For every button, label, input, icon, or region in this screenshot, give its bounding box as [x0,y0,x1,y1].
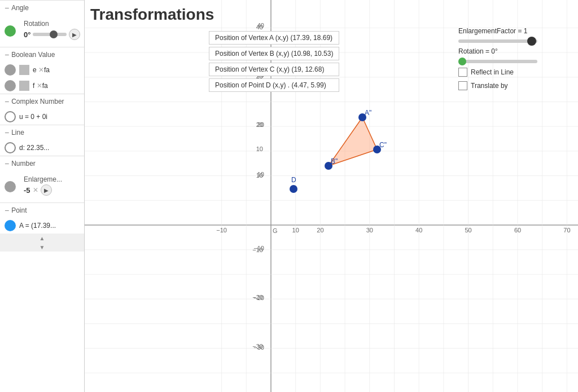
sidebar-item-e: e ✕fa [0,62,84,78]
vertex-c-label: C" [379,141,387,149]
main-area: −10 10 20 30 40 50 60 70 40 30 20 20 10 … [85,0,578,392]
svg-text:−30: −30 [253,344,264,351]
sidebar: − Angle Rotation 0° ▶ − Boolean Value e … [0,0,85,392]
sidebar-section-number[interactable]: − Number [0,156,84,171]
enlargement-slider-ctrl[interactable] [458,39,537,43]
collapse-boolean-icon: − [5,51,9,59]
sidebar-item-u: u = 0 + 0i [0,109,84,125]
u-circle-icon [5,111,16,122]
enlargement-slider-row: -5 ✕ ▶ [24,184,62,196]
collapse-line-icon: − [5,129,9,136]
sidebar-section-point-label: Point [11,206,27,214]
u-label: u = 0 + 0i [19,113,47,121]
svg-text:40: 40 [257,22,264,29]
rotation-ctrl-thumb [458,58,466,65]
a-label: A = (17.39... [19,222,56,230]
reflect-checkbox[interactable] [458,68,467,77]
translate-checkbox[interactable] [458,81,467,90]
point-d[interactable] [290,185,297,193]
point-d-label: D [291,176,296,184]
e-square-icon [19,65,29,75]
f-square-icon [19,81,29,91]
sidebar-item-rotation: Rotation 0° ▶ [0,15,84,47]
info-panels: Position of Vertex A (x,y) (17.39, 18.69… [209,31,339,92]
rotation-ctrl-label: Rotation = 0° [458,47,573,55]
sidebar-item-enlargement: Enlargeme... -5 ✕ ▶ [0,171,84,202]
collapse-angle-icon: − [5,4,9,12]
sidebar-section-boolean-label: Boolean Value [11,51,55,59]
collapse-number-icon: − [5,160,9,168]
svg-text:60: 60 [514,227,521,234]
a-circle-icon [5,220,16,231]
translate-label: Translate by [471,82,508,90]
rotation-slider-row: 0° ▶ [24,29,80,40]
info-box-b: Position of Vertex B (x,y) (10.98, 10.53… [209,47,339,60]
d-label: d: 22.35... [19,144,49,152]
enlargement-item-label: Enlargeme... [24,175,62,183]
rotation-slider-thumb [50,30,58,38]
svg-text:40: 40 [415,227,422,234]
right-controls: EnlargementFactor = 1 Rotation = 0° Refl… [454,23,578,95]
rotation-play-button[interactable]: ▶ [69,29,80,40]
svg-text:10: 10 [292,227,299,234]
sidebar-section-complex[interactable]: − Complex Number [0,94,84,109]
sidebar-section-point[interactable]: − Point [0,202,84,218]
enlargement-circle-icon [5,181,16,192]
svg-text:10: 10 [257,171,264,178]
sidebar-item-d: d: 22.35... [0,140,84,156]
svg-text:70: 70 [563,227,570,234]
enlargement-block: Enlargeme... -5 ✕ ▶ [19,173,67,200]
svg-text:20: 20 [257,121,264,128]
info-box-a: Position of Vertex A (x,y) (17.39, 18.69… [209,31,339,45]
svg-text:−20: −20 [253,294,264,301]
rotation-circle-icon [5,25,16,37]
enlargement-slider-thumb [527,37,536,46]
enlargement-x-icon: ✕ [33,186,38,194]
sidebar-scroll-up[interactable]: ▲ [0,234,84,243]
sidebar-section-line-label: Line [11,129,24,136]
info-box-d: Position of Point D (x,y) . (4.47, 5.99) [209,78,339,92]
sidebar-scroll-down[interactable]: ▼ [0,243,84,252]
rotation-ctrl-slider-row [458,60,573,63]
svg-text:30: 30 [366,227,373,234]
f-label: f ✕fa [33,82,48,90]
rotation-ctrl-slider[interactable] [458,60,537,63]
sidebar-section-number-label: Number [11,160,36,168]
svg-text:G: G [273,227,278,234]
vertex-a-label: A" [365,109,371,117]
sidebar-section-angle[interactable]: − Angle [0,0,84,15]
rotation-value-display: 0° [24,30,30,39]
f-circle-icon [5,80,16,91]
reflect-label: Reflect in Line [471,68,514,76]
rotation-block: Rotation 0° ▶ [19,17,85,45]
e-label: e ✕fa [33,66,50,74]
d-circle-icon [5,142,16,153]
translate-by-row: Translate by [458,81,573,90]
svg-text:50: 50 [465,227,471,234]
sidebar-section-line[interactable]: − Line [0,125,84,140]
collapse-point-icon: − [5,206,9,214]
sidebar-item-f: f ✕fa [0,78,84,94]
e-circle-icon [5,64,16,76]
vertex-b-label: B" [331,157,338,165]
svg-text:−10: −10 [216,227,227,234]
svg-text:−10: −10 [253,245,264,252]
enlargement-factor-label: EnlargementFactor = 1 [458,27,573,35]
sidebar-section-complex-label: Complex Number [11,98,64,105]
sidebar-section-boolean[interactable]: − Boolean Value [0,47,84,62]
enlargement-value-display: -5 [24,186,30,195]
svg-text:10: 10 [256,146,263,152]
collapse-complex-icon: − [5,98,9,105]
rotation-slider[interactable] [33,33,67,36]
sidebar-item-a: A = (17.39... [0,218,84,234]
reflect-in-line-row: Reflect in Line [458,68,573,77]
enlargement-slider-row [458,39,573,43]
info-box-c: Position of Vertex C (x,y) (19, 12.68) [209,63,339,76]
rotation-item-label: Rotation [24,20,80,28]
enlargement-play-button[interactable]: ▶ [41,184,52,196]
svg-text:20: 20 [317,227,323,234]
sidebar-section-angle-label: Angle [11,4,29,12]
